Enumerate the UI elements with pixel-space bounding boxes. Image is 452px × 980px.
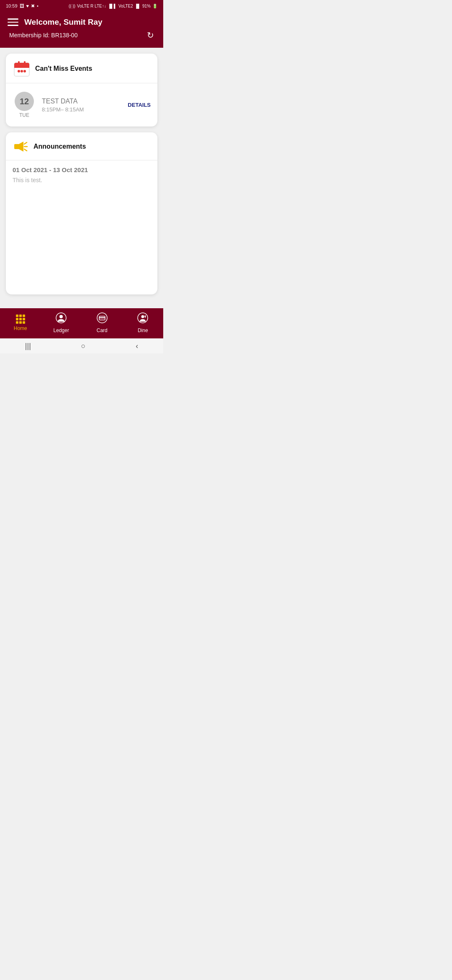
calendar-icon <box>13 59 31 78</box>
system-nav-bar: ||| ○ ‹ <box>0 338 163 353</box>
announcements-card-body: 01 Oct 2021 - 13 Oct 2021 This is test. <box>6 160 157 294</box>
events-card-title: Can't Miss Events <box>35 65 92 72</box>
events-card: Can't Miss Events 12 TUE TEST DATA 8:15P… <box>6 54 157 126</box>
nav-label-dine: Dine <box>138 328 148 333</box>
gallery-icon: 🖼 <box>20 3 24 8</box>
app-header: Welcome, Sumit Ray Membership Id: BR138-… <box>0 12 163 48</box>
svg-point-5 <box>18 70 20 72</box>
nav-item-card[interactable]: Card <box>87 312 117 333</box>
event-item: 12 TUE TEST DATA 8:15PM– 8:15AM DETAILS <box>13 89 151 121</box>
time-display: 10:59 <box>6 3 18 8</box>
battery-percentage: 91% <box>142 4 151 8</box>
svg-point-14 <box>59 315 63 318</box>
welcome-text: Welcome, Sumit Ray <box>24 18 103 27</box>
event-info: TEST DATA 8:15PM– 8:15AM <box>42 98 122 113</box>
nav-item-home[interactable]: Home <box>6 315 35 331</box>
nav-label-card: Card <box>97 328 108 333</box>
dine-icon <box>137 312 148 326</box>
event-date-day: TUE <box>19 112 29 118</box>
lte-label: VoLTE R LTE↑↓ <box>77 4 106 8</box>
dot-indicator: • <box>37 3 39 8</box>
card-icon <box>97 312 108 326</box>
svg-line-10 <box>24 142 27 144</box>
nav-label-home: Home <box>14 325 27 331</box>
nav-item-dine[interactable]: Dine <box>128 312 157 333</box>
header-top: Welcome, Sumit Ray <box>8 18 156 27</box>
svg-rect-3 <box>18 61 20 65</box>
recents-button[interactable]: ||| <box>25 342 31 351</box>
status-bar: 10:59 🖼 ♥ ✖ • ((·)) VoLTE R LTE↑↓ ▐▌▌ Vo… <box>0 0 163 12</box>
announcement-text: This is test. <box>13 177 151 183</box>
event-date-badge: 12 TUE <box>13 92 36 118</box>
event-date-number: 12 <box>15 92 34 111</box>
wifi-icon: ((·)) <box>69 4 75 8</box>
signal-bars: ▐▌▌ <box>108 4 117 8</box>
announcements-card-title: Announcements <box>33 143 86 150</box>
home-button[interactable]: ○ <box>81 342 86 351</box>
heart-icon: ♥ <box>26 3 29 8</box>
bottom-nav: Home Ledger Card <box>0 308 163 338</box>
back-button[interactable]: ‹ <box>136 342 138 351</box>
nav-item-ledger[interactable]: Ledger <box>46 312 76 333</box>
nav-label-ledger: Ledger <box>54 328 69 333</box>
signal-bars2: ▐▌ <box>135 4 141 8</box>
lte2-label: VoLTE2 <box>118 4 133 8</box>
megaphone-icon <box>13 138 29 155</box>
battery-icon: 🔋 <box>152 4 157 8</box>
event-time: 8:15PM– 8:15AM <box>42 106 122 113</box>
event-details-link[interactable]: DETAILS <box>128 102 151 108</box>
membership-id: Membership Id: BR138-00 <box>9 32 77 39</box>
svg-rect-2 <box>14 66 29 68</box>
svg-point-6 <box>21 70 23 72</box>
membership-row: Membership Id: BR138-00 ↻ <box>8 30 156 40</box>
hamburger-menu[interactable] <box>8 18 18 26</box>
svg-point-19 <box>141 315 144 318</box>
svg-rect-17 <box>99 317 105 319</box>
announcements-card: Announcements 01 Oct 2021 - 13 Oct 2021 … <box>6 132 157 294</box>
announcement-date-range: 01 Oct 2021 - 13 Oct 2021 <box>13 166 151 173</box>
status-right: ((·)) VoLTE R LTE↑↓ ▐▌▌ VoLTE2 ▐▌ 91% 🔋 <box>69 4 157 8</box>
event-title: TEST DATA <box>42 98 122 105</box>
ledger-icon <box>56 312 67 326</box>
announcements-card-header: Announcements <box>6 132 157 160</box>
main-content: Can't Miss Events 12 TUE TEST DATA 8:15P… <box>0 48 163 308</box>
svg-rect-4 <box>24 61 26 65</box>
status-left: 10:59 🖼 ♥ ✖ • <box>6 3 39 9</box>
home-icon <box>16 315 25 324</box>
svg-line-12 <box>24 149 27 151</box>
svg-point-7 <box>23 70 26 72</box>
events-card-header: Can't Miss Events <box>6 54 157 83</box>
events-card-body: 12 TUE TEST DATA 8:15PM– 8:15AM DETAILS <box>6 83 157 126</box>
crossed-icon: ✖ <box>31 3 35 9</box>
refresh-icon[interactable]: ↻ <box>147 30 154 40</box>
svg-rect-9 <box>14 144 18 149</box>
